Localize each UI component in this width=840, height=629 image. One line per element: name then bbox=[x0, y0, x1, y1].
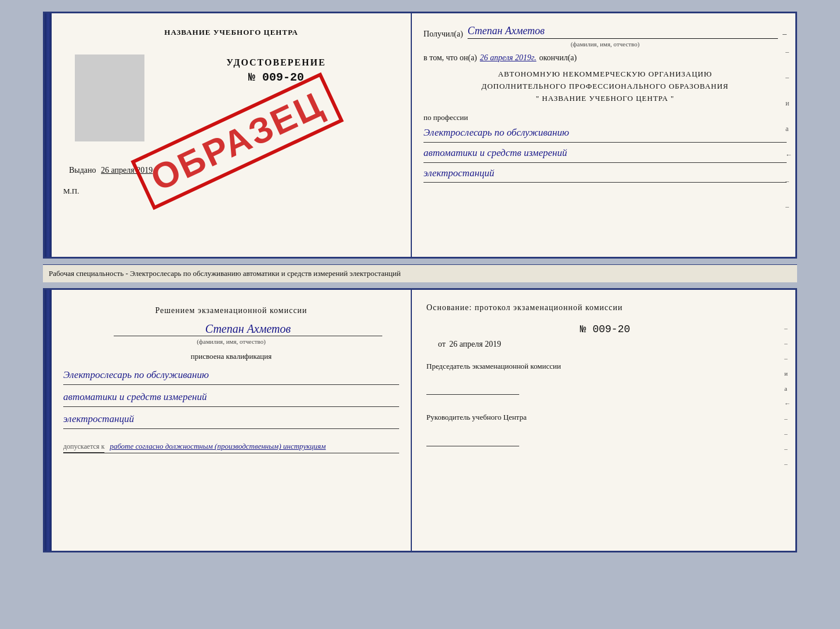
cert-school-name: НАЗВАНИЕ УЧЕБНОГО ЦЕНТРА bbox=[63, 28, 399, 37]
side-char-2: – bbox=[785, 73, 792, 82]
br-char-6: ← bbox=[784, 400, 791, 407]
br-char-2: – bbox=[784, 340, 791, 347]
org-line2: ДОПОЛНИТЕЛЬНОГО ПРОФЕССИОНАЛЬНОГО ОБРАЗО… bbox=[423, 81, 787, 93]
cert-left-page: НАЗВАНИЕ УЧЕБНОГО ЦЕНТРА УДОСТОВЕРЕНИЕ №… bbox=[52, 13, 412, 257]
bottom-right-side-chars: – – – и а ← – – – – bbox=[784, 325, 791, 467]
qual-line1: Электрослесарь по обслуживанию bbox=[63, 366, 399, 385]
br-char-8: – bbox=[784, 430, 791, 437]
rukovoditel-block: Руководитель учебного Центра bbox=[426, 412, 784, 449]
profession-line1: Электрослесарь по обслуживанию bbox=[423, 124, 787, 143]
br-char-10: – bbox=[784, 460, 791, 467]
side-char-3: и bbox=[785, 99, 792, 108]
book-spine-bottom bbox=[45, 290, 52, 551]
side-char-1: – bbox=[785, 48, 792, 56]
bottom-certificate-book: Решением экзаменационной комиссии Степан… bbox=[43, 288, 797, 552]
date-value: 26 апреля 2019 bbox=[450, 340, 501, 348]
side-char-5: ← bbox=[785, 151, 792, 159]
chairman-label: Председатель экзаменационной комиссии bbox=[426, 361, 784, 372]
decision-text: Решением экзаменационной комиссии bbox=[63, 304, 399, 317]
intom-row: в том, что он(а) 26 апреля 2019г. окончи… bbox=[423, 53, 787, 63]
допуск-row: допускается к работе согласно должностны… bbox=[63, 441, 399, 453]
cert-issued-label: Выдано 26 апреля 2019 bbox=[69, 166, 153, 174]
cert-right-page: Получил(а) Степан Ахметов – (фамилия, им… bbox=[412, 13, 795, 257]
side-char-7: – bbox=[785, 202, 792, 211]
cert-number: № 009-20 bbox=[153, 71, 399, 84]
protocol-number: № 009-20 bbox=[426, 323, 784, 335]
document-wrapper: НАЗВАНИЕ УЧЕБНОГО ЦЕНТРА УДОСТОВЕРЕНИЕ №… bbox=[43, 12, 797, 552]
okoncil-label: окончил(а) bbox=[540, 53, 577, 63]
qual-line2: автоматики и средств измерений bbox=[63, 388, 399, 407]
recipient-row: Получил(а) Степан Ахметов – bbox=[423, 25, 787, 39]
org-line1: АВТОНОМНУЮ НЕКОММЕРЧЕСКУЮ ОРГАНИЗАЦИЮ bbox=[423, 68, 787, 81]
bottom-person-name: Степан Ахметов bbox=[114, 322, 382, 336]
bottom-right-page: Основание: протокол экзаменационной коми… bbox=[412, 290, 795, 551]
qual-line3: электростанций bbox=[63, 410, 399, 429]
br-char-5: а bbox=[784, 385, 791, 392]
side-char-6: – bbox=[785, 177, 792, 186]
chairman-block: Председатель экзаменационной комиссии bbox=[426, 361, 784, 398]
date-prefix: от bbox=[438, 340, 446, 348]
separator-text: Рабочая специальность - Электрослесарь п… bbox=[43, 264, 797, 282]
recipient-label: Получил(а) bbox=[423, 30, 463, 39]
br-char-3: – bbox=[784, 355, 791, 362]
org-text: АВТОНОМНУЮ НЕКОММЕРЧЕСКУЮ ОРГАНИЗАЦИЮ ДО… bbox=[423, 68, 787, 104]
recipient-sub: (фамилия, имя, отчество) bbox=[423, 41, 787, 48]
intom-date: 26 апреля 2019г. bbox=[480, 53, 536, 63]
top-certificate-book: НАЗВАНИЕ УЧЕБНОГО ЦЕНТРА УДОСТОВЕРЕНИЕ №… bbox=[43, 12, 797, 259]
profession-label: по профессии bbox=[423, 113, 787, 122]
assigned-label: присвоена квалификация bbox=[63, 352, 399, 361]
br-char-9: – bbox=[784, 445, 791, 452]
bottom-person-block: Степан Ахметов (фамилия, имя, отчество) bbox=[63, 322, 399, 345]
допуск-value: работе согласно должностным (производств… bbox=[110, 442, 325, 450]
profession-line2: автоматики и средств измерений bbox=[423, 144, 787, 163]
rukovoditel-label: Руководитель учебного Центра bbox=[426, 412, 784, 423]
osnov-title: Основание: протокол экзаменационной коми… bbox=[426, 301, 784, 314]
br-char-4: и bbox=[784, 370, 791, 377]
cert-issued-date: 26 апреля 2019 bbox=[101, 166, 153, 174]
recipient-dash: – bbox=[783, 30, 787, 39]
side-decorative: – – и а ← – – bbox=[785, 42, 792, 216]
book-spine-top bbox=[45, 13, 52, 257]
rukovoditel-sig-line bbox=[426, 435, 519, 446]
допуск-label: допускается к bbox=[63, 442, 104, 453]
br-char-7: – bbox=[784, 415, 791, 422]
bottom-left-page: Решением экзаменационной комиссии Степан… bbox=[52, 290, 412, 551]
bottom-person-sub: (фамилия, имя, отчество) bbox=[63, 338, 399, 345]
br-char-1: – bbox=[784, 325, 791, 332]
recipient-name: Степан Ахметов bbox=[468, 25, 778, 39]
chairman-sig-line bbox=[426, 383, 519, 395]
intom-label: в том, что он(а) bbox=[423, 53, 477, 63]
side-char-4: а bbox=[785, 125, 792, 133]
cert-mp: М.П. bbox=[63, 187, 399, 196]
cert-type-label: УДОСТОВЕРЕНИЕ bbox=[153, 54, 399, 68]
org-line3: " НАЗВАНИЕ УЧЕБНОГО ЦЕНТРА " bbox=[423, 93, 787, 105]
protocol-date: от 26 апреля 2019 bbox=[426, 340, 784, 349]
profession-line3: электростанций bbox=[423, 165, 787, 183]
cert-photo-placeholder bbox=[75, 54, 144, 141]
